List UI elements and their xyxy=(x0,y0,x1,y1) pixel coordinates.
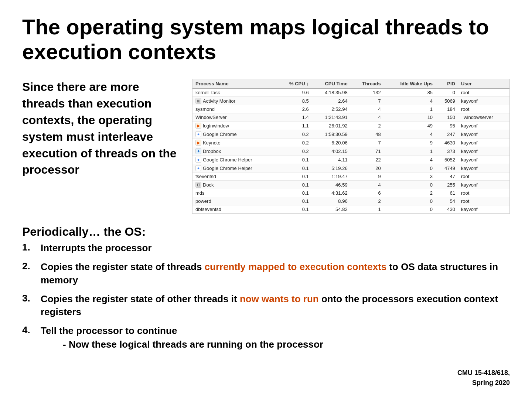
idle-wake-ups: 4 xyxy=(384,130,436,139)
pid: 430 xyxy=(436,205,458,214)
process-name-text: Google Chrome xyxy=(203,132,237,137)
activity-icon: ⊞ xyxy=(195,98,201,104)
user: root xyxy=(458,197,509,205)
pid: 255 xyxy=(436,181,458,189)
col-process-name: Process Name xyxy=(192,79,277,89)
idle-wake-ups: 0 xyxy=(384,164,436,173)
list-text-wrapper: Copies the register state of threads cur… xyxy=(41,260,510,286)
pid: 0 xyxy=(436,89,458,97)
idle-wake-ups: 0 xyxy=(384,181,436,189)
process-name-cell: ⊞Activity Monitor xyxy=(192,97,277,105)
pid: 373 xyxy=(436,147,458,156)
list-text-wrapper: Tell the processor to continue- Now thes… xyxy=(41,324,323,350)
process-name-cell: mds xyxy=(192,189,277,197)
cpu-time: 4:02.15 xyxy=(312,147,351,156)
user: kayvonf xyxy=(458,139,509,147)
cpu-time: 1:19.47 xyxy=(312,173,351,181)
col-user: User xyxy=(458,79,509,89)
threads-count: 2 xyxy=(351,197,384,205)
table-row: powerd0.18.962054root xyxy=(192,197,509,205)
process-name-text: Dock xyxy=(203,182,214,188)
list-container: 1.Interrupts the processor2.Copies the r… xyxy=(22,242,510,350)
idle-wake-ups: 9 xyxy=(384,139,436,147)
list-text: Tell the processor to continue xyxy=(41,325,177,336)
process-name-cell: powerd xyxy=(192,197,277,205)
process-name-text: Activity Monitor xyxy=(203,98,235,104)
cpu-percent: 0.2 xyxy=(277,130,312,139)
idle-wake-ups: 49 xyxy=(384,122,436,130)
table-row: ✦Dropbox0.24:02.15711373kayvonf xyxy=(192,147,509,156)
process-name-text: sysmond xyxy=(195,106,215,112)
chrome-icon: ● xyxy=(195,131,201,137)
process-name-cell: ⊟Dock xyxy=(192,181,277,189)
cpu-percent: 1.1 xyxy=(277,122,312,130)
process-name-cell: kernel_task xyxy=(192,89,277,97)
idle-wake-ups: 3 xyxy=(384,173,436,181)
process-name-text: kernel_task xyxy=(195,90,220,95)
process-table: Process Name % CPU ↓ CPU Time Threads Id… xyxy=(192,79,509,214)
table-row: ▶loginwindow1.126:01.9224995kayvonf xyxy=(192,122,509,130)
cpu-time: 5:19.26 xyxy=(312,164,351,173)
process-name-cell: ●Google Chrome xyxy=(192,130,277,139)
user: kayvonf xyxy=(458,130,509,139)
user: kayvonf xyxy=(458,156,509,164)
list-item-2: 2.Copies the register state of threads c… xyxy=(22,260,510,286)
idle-wake-ups: 0 xyxy=(384,205,436,214)
list-text-wrapper: Interrupts the processor xyxy=(41,242,152,255)
cpu-time: 8.96 xyxy=(312,197,351,205)
chrome-helper-icon: ● xyxy=(195,165,201,171)
cpu-time: 46.59 xyxy=(312,181,351,189)
idle-wake-ups: 1 xyxy=(384,147,436,156)
slide-title: The operating system maps logical thread… xyxy=(22,15,510,64)
pid: 247 xyxy=(436,130,458,139)
cpu-time: 4.11 xyxy=(312,156,351,164)
list-number: 2. xyxy=(22,260,41,272)
table-header-row: Process Name % CPU ↓ CPU Time Threads Id… xyxy=(192,79,509,89)
process-name-text: dbfseventsd xyxy=(195,207,221,212)
idle-wake-ups: 85 xyxy=(384,89,436,97)
content-area: Since there are more threads than execut… xyxy=(22,79,510,214)
cpu-percent: 0.1 xyxy=(277,181,312,189)
cpu-time: 6:20.06 xyxy=(312,139,351,147)
process-table-wrapper: Process Name % CPU ↓ CPU Time Threads Id… xyxy=(192,79,510,214)
table-row: WindowServer1.41:21:43.91410150_windowse… xyxy=(192,113,509,122)
process-name-text: loginwindow xyxy=(203,123,229,129)
process-name-cell: ✦Dropbox xyxy=(192,147,277,156)
idle-wake-ups: 2 xyxy=(384,189,436,197)
cpu-percent: 0.1 xyxy=(277,197,312,205)
list-number: 3. xyxy=(22,293,41,304)
table-row: fseventsd0.11:19.479347root xyxy=(192,173,509,181)
periodically-title: Periodically… the OS: xyxy=(22,225,510,239)
highlighted-text: now wants to run xyxy=(240,293,319,304)
sub-item: - Now these logical threads are running … xyxy=(63,339,323,350)
idle-wake-ups: 1 xyxy=(384,105,436,113)
user: kayvonf xyxy=(458,97,509,105)
list-text: Interrupts the processor xyxy=(41,242,152,253)
process-name-cell: dbfseventsd xyxy=(192,205,277,214)
cpu-time: 1:59:30.59 xyxy=(312,130,351,139)
pid: 47 xyxy=(436,173,458,181)
user: kayvonf xyxy=(458,164,509,173)
idle-wake-ups: 0 xyxy=(384,197,436,205)
table-row: dbfseventsd0.154.8210430kayvonf xyxy=(192,205,509,214)
process-name-cell: fseventsd xyxy=(192,173,277,181)
cpu-percent: 0.1 xyxy=(277,189,312,197)
threads-count: 20 xyxy=(351,164,384,173)
pid: 4749 xyxy=(436,164,458,173)
cpu-percent: 0.1 xyxy=(277,173,312,181)
threads-count: 7 xyxy=(351,139,384,147)
list-text: Copies the register state of threads cur… xyxy=(41,261,498,285)
dock-icon: ⊟ xyxy=(195,182,201,188)
process-name-cell: ▶Keynote xyxy=(192,139,277,147)
table-row: kernel_task9.64:18:35.98132850root xyxy=(192,89,509,97)
table-row: mds0.14:31.626261root xyxy=(192,189,509,197)
list-number: 1. xyxy=(22,242,41,253)
chrome-helper-icon: ● xyxy=(195,157,201,163)
threads-count: 7 xyxy=(351,97,384,105)
process-name-text: fseventsd xyxy=(195,174,216,179)
col-cpu-percent: % CPU ↓ xyxy=(277,79,312,89)
pid: 95 xyxy=(436,122,458,130)
list-text: Copies the register state of other threa… xyxy=(41,293,498,317)
user: kayvonf xyxy=(458,147,509,156)
cpu-time: 4:31.62 xyxy=(312,189,351,197)
